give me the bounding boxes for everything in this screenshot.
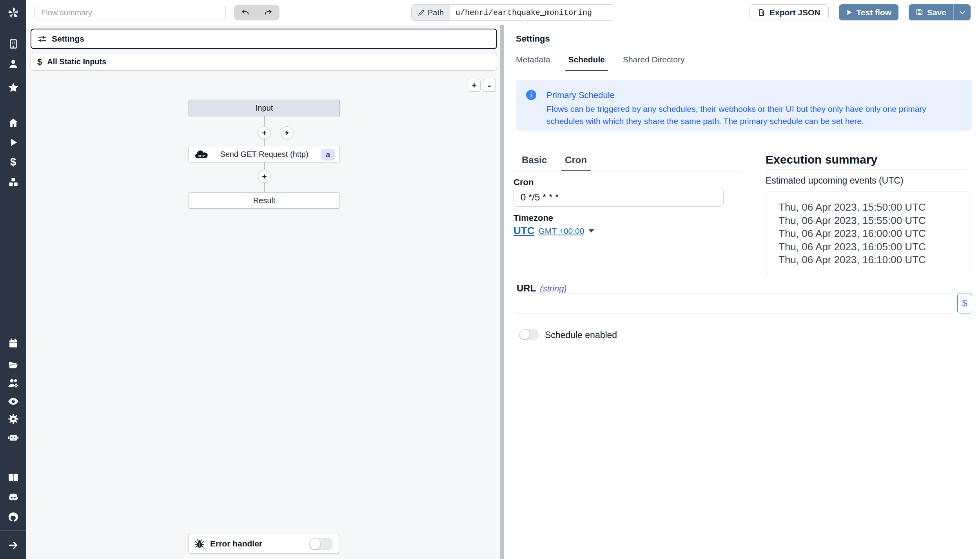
path-field: Path	[411, 4, 615, 21]
url-type-hint: (string)	[540, 284, 566, 293]
play-icon	[846, 9, 853, 16]
dollar-icon: $	[37, 57, 42, 67]
sidebar-item-variables-dollar-icon[interactable]: $	[0, 156, 26, 168]
plus-icon: +	[262, 128, 267, 138]
tab-metadata[interactable]: Metadata	[516, 55, 550, 71]
sidebar-divider	[0, 26, 26, 26]
save-dropdown-button[interactable]	[953, 4, 971, 20]
cron-label: Cron	[514, 177, 534, 188]
flow-settings-box[interactable]: Settings	[31, 29, 497, 49]
export-icon	[758, 9, 766, 16]
tab-schedule[interactable]: Schedule	[565, 55, 608, 71]
http-cloud-icon: HTTP	[194, 150, 209, 159]
plus-icon: +	[262, 172, 267, 181]
redo-button[interactable]	[257, 5, 279, 20]
save-button[interactable]: Save	[909, 4, 953, 20]
path-input[interactable]	[450, 5, 615, 20]
add-step-button[interactable]: +	[258, 126, 271, 139]
sidebar-item-runs-play-icon[interactable]	[0, 137, 26, 148]
sidebar-item-settings-gear-icon[interactable]	[0, 413, 26, 425]
sliders-icon	[38, 35, 47, 44]
flow-summary-input[interactable]	[34, 5, 226, 20]
sidebar-divider	[0, 530, 26, 531]
save-split-button: Save	[909, 4, 971, 20]
sidebar-item-schedules-calendar-icon[interactable]	[0, 337, 26, 349]
flow-graph-panel: Settings $ All Static Inputs + - Input +…	[26, 25, 500, 559]
trigger-bolt-button[interactable]	[281, 126, 294, 139]
event-row: Thu, 06 Apr 2023, 15:50:00 UTC	[779, 201, 971, 214]
test-flow-button[interactable]: Test flow	[839, 4, 898, 20]
error-handler-toggle[interactable]	[309, 538, 333, 550]
sidebar-item-home-icon[interactable]	[0, 117, 26, 129]
execution-summary-title: Execution summary	[766, 153, 877, 166]
schedule-enabled-toggle[interactable]	[519, 329, 539, 340]
timezone-offset: GMT +00:00	[538, 226, 584, 236]
bug-icon	[194, 539, 205, 549]
path-label: Path	[412, 5, 450, 20]
event-row: Thu, 06 Apr 2023, 16:10:00 UTC	[779, 253, 971, 267]
pencil-icon	[417, 9, 425, 16]
zoom-out-button[interactable]: -	[483, 79, 496, 92]
url-label: URL(string)	[517, 283, 567, 294]
primary-schedule-info-box: i Primary Schedule Flows can be triggere…	[516, 80, 972, 131]
error-handler-node[interactable]: Error handler	[189, 534, 339, 554]
sidebar-item-user[interactable]	[0, 58, 26, 70]
cron-input[interactable]	[514, 188, 724, 207]
info-icon: i	[526, 90, 536, 100]
tab-shared-directory[interactable]: Shared Directory	[623, 55, 685, 71]
insert-variable-button[interactable]: $	[957, 293, 972, 313]
sidebar-item-workspace[interactable]	[0, 38, 26, 50]
sidebar-item-workers-robot-icon[interactable]	[0, 432, 26, 443]
settings-tabs: Metadata Schedule Shared Directory	[516, 55, 685, 71]
windmill-flow-editor: $	[0, 0, 980, 559]
sidebar-item-folders-icon[interactable]	[0, 359, 26, 371]
topbar: Path Export JSON Test flow Save	[26, 0, 980, 25]
sidebar: $	[0, 0, 26, 559]
sidebar-item-discord-icon[interactable]	[0, 492, 26, 503]
panel-splitter[interactable]	[500, 25, 504, 559]
undo-button[interactable]	[234, 5, 257, 20]
schedule-enabled-label: Schedule enabled	[545, 330, 617, 340]
flow-node-input[interactable]: Input	[189, 100, 340, 116]
windmill-logo-icon[interactable]	[0, 5, 26, 20]
event-row: Thu, 06 Apr 2023, 15:55:00 UTC	[779, 214, 971, 228]
tab-cron[interactable]: Cron	[561, 155, 591, 171]
schedule-mode-tabs: Basic Cron	[522, 155, 587, 171]
settings-panel: Settings Metadata Schedule Shared Direct…	[504, 25, 980, 559]
caret-down-icon	[588, 228, 595, 233]
info-body: Flows can be triggered by any schedules,…	[546, 103, 964, 127]
divider	[514, 171, 741, 171]
sidebar-item-resources-cubes-icon[interactable]	[0, 176, 26, 188]
chevron-down-icon	[959, 9, 966, 16]
sidebar-item-github-icon[interactable]	[0, 511, 26, 523]
undo-redo-group	[234, 5, 279, 20]
sidebar-item-docs-book-icon[interactable]	[0, 472, 26, 484]
all-static-inputs-box[interactable]: $ All Static Inputs	[31, 53, 497, 71]
url-input[interactable]	[517, 293, 953, 313]
sidebar-collapse-arrow-right-icon[interactable]	[0, 539, 26, 551]
export-json-button[interactable]: Export JSON	[750, 4, 829, 20]
settings-panel-title: Settings	[516, 34, 550, 44]
bolt-icon	[284, 129, 290, 136]
info-title: Primary Schedule	[546, 90, 615, 100]
upcoming-events-list: Thu, 06 Apr 2023, 15:50:00 UTC Thu, 06 A…	[766, 191, 971, 274]
sidebar-item-audit-eye-icon[interactable]	[0, 395, 26, 407]
sidebar-item-favorites-star-icon[interactable]	[0, 82, 26, 94]
divider	[504, 50, 980, 50]
timezone-value: UTC	[514, 225, 534, 237]
svg-text:HTTP: HTTP	[198, 155, 205, 157]
flow-node-result[interactable]: Result	[189, 192, 340, 209]
step-id-badge: a	[321, 149, 335, 160]
divider	[766, 169, 966, 170]
timezone-select[interactable]: UTC GMT +00:00	[514, 225, 595, 237]
event-row: Thu, 06 Apr 2023, 16:00:00 UTC	[779, 227, 971, 240]
upcoming-events-label: Estimated upcoming events (UTC)	[766, 175, 904, 186]
zoom-in-button[interactable]: +	[468, 79, 481, 92]
add-step-button[interactable]: +	[258, 170, 271, 183]
tab-basic[interactable]: Basic	[522, 155, 547, 171]
sidebar-divider	[0, 103, 26, 103]
save-icon	[916, 9, 923, 16]
sidebar-item-groups-users-gear-icon[interactable]	[0, 377, 26, 389]
flow-node-http-step[interactable]: HTTP Send GET Request (http) a	[189, 146, 340, 162]
timezone-label: Timezone	[514, 213, 553, 223]
